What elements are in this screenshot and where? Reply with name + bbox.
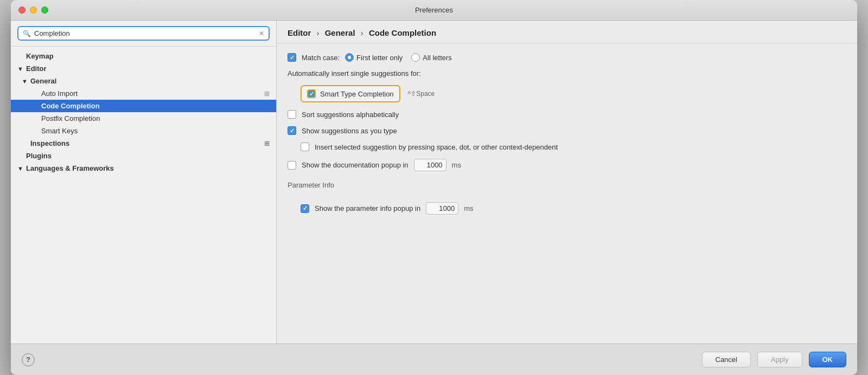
sidebar-item-label: Smart Keys [41,127,270,135]
sidebar-item-keymap[interactable]: Keymap [11,50,276,62]
search-box: 🔍 ✕ [17,26,270,41]
arrow-icon: ▼ [17,66,24,72]
bottom-bar: ? Cancel Apply OK [11,344,857,375]
sidebar-item-label: Editor [26,64,270,73]
sidebar: 🔍 ✕ Keymap ▼ Editor ▼ [11,21,277,344]
radio-all-letters-option[interactable]: All letters [411,53,451,62]
sidebar-item-auto-import[interactable]: Auto Import ⊞ [11,87,276,100]
show-param-ms-input[interactable] [426,202,458,215]
show-doc-checkbox[interactable] [288,161,296,170]
sidebar-item-label: Postfix Completion [41,114,270,122]
smart-type-row: Smart Type Completion ^⇧Space [301,85,846,102]
match-case-checkbox[interactable] [288,53,296,62]
breadcrumb-sep-1: › [317,28,322,37]
show-doc-ms-label: ms [452,161,461,169]
sidebar-item-general[interactable]: ▼ General [11,75,276,87]
arrow-icon: ▼ [17,165,24,172]
sidebar-item-label: Plugins [26,152,270,160]
sort-alpha-row: Sort suggestions alphabetically [288,110,846,119]
sidebar-item-label: Code Completion [41,102,270,110]
sidebar-item-label: General [30,77,270,85]
close-button[interactable] [18,7,25,14]
show-suggestions-checkbox[interactable] [288,126,296,135]
match-case-radio-group: First letter only All letters [345,53,452,62]
show-param-row: Show the parameter info popup in ms [301,202,846,215]
show-param-label: Show the parameter info popup in [315,204,420,212]
sidebar-item-label: Inspections [30,139,261,147]
smart-type-label: Smart Type Completion [320,90,394,98]
radio-all-letters[interactable] [411,53,420,62]
show-suggestions-row: Show suggestions as you type [288,126,846,135]
breadcrumb-sep-2: › [361,28,366,37]
ok-button[interactable]: OK [809,352,847,367]
minimize-button[interactable] [30,7,37,14]
radio-all-letters-label: All letters [423,54,451,62]
auto-insert-label: Automatically insert single suggestions … [288,69,421,77]
radio-first-letter-label: First letter only [356,54,403,62]
search-input[interactable] [34,29,256,37]
insert-selected-label: Insert selected suggestion by pressing s… [315,143,558,151]
show-doc-row: Show the documentation popup in ms [288,159,846,171]
sort-alpha-label: Sort suggestions alphabetically [302,111,399,119]
apply-button[interactable]: Apply [757,352,802,367]
content-area: 🔍 ✕ Keymap ▼ Editor ▼ [11,21,857,344]
search-container: 🔍 ✕ [11,21,276,47]
sidebar-item-postfix-completion[interactable]: Postfix Completion [11,112,276,125]
smart-type-shortcut: ^⇧Space [408,90,435,98]
insert-selected-checkbox[interactable] [301,143,309,151]
window-title: Preferences [415,6,453,14]
sidebar-item-code-completion[interactable]: Code Completion [11,100,276,112]
show-doc-label: Show the documentation popup in [302,161,409,169]
bottom-buttons: Cancel Apply OK [702,352,847,367]
breadcrumb-general: General [325,28,355,37]
sidebar-item-inspections[interactable]: Inspections ⊞ [11,137,276,150]
title-bar: Preferences [11,0,857,21]
sidebar-item-label: Keymap [26,52,270,60]
breadcrumb: Editor › General › Code Completion [277,21,857,43]
match-case-row: Match case: First letter only All letter… [288,53,846,62]
insert-selected-row: Insert selected suggestion by pressing s… [301,143,846,151]
show-doc-ms-input[interactable] [414,159,446,171]
auto-insert-row: Automatically insert single suggestions … [288,69,846,77]
breadcrumb-code-completion: Code Completion [369,28,436,37]
sidebar-item-languages-frameworks[interactable]: ▼ Languages & Frameworks [11,162,276,174]
param-info-label: Parameter Info [288,181,334,189]
main-panel: Editor › General › Code Completion Match… [277,21,857,344]
sidebar-item-plugins[interactable]: Plugins [11,150,276,162]
copy-icon: ⊞ [264,90,270,98]
smart-type-checkbox[interactable] [307,89,316,98]
help-icon: ? [26,355,30,364]
sidebar-item-label: Languages & Frameworks [26,164,270,172]
arrow-icon: ▼ [22,78,28,85]
show-param-checkbox[interactable] [301,204,309,213]
smart-type-highlight-box: Smart Type Completion [301,85,400,102]
help-button[interactable]: ? [22,353,35,366]
clear-search-button[interactable]: ✕ [259,30,264,37]
radio-first-letter-option[interactable]: First letter only [345,53,403,62]
settings-content: Match case: First letter only All letter… [277,43,857,344]
radio-first-letter[interactable] [345,53,354,62]
maximize-button[interactable] [41,7,48,14]
preferences-window: Preferences 🔍 ✕ Keymap ▼ [11,0,857,375]
breadcrumb-editor: Editor [288,28,311,37]
match-case-label: Match case: [302,54,340,62]
show-param-ms-label: ms [464,204,473,212]
sidebar-item-editor[interactable]: ▼ Editor [11,62,276,75]
copy-icon: ⊞ [264,140,270,147]
show-suggestions-label: Show suggestions as you type [302,127,397,135]
cancel-button[interactable]: Cancel [702,352,751,367]
sort-alpha-checkbox[interactable] [288,110,296,119]
param-info-section: Parameter Info [288,179,846,195]
sidebar-item-label: Auto Import [41,89,261,98]
traffic-lights [18,7,48,14]
sidebar-tree: Keymap ▼ Editor ▼ General Auto Import ⊞ [11,47,276,344]
sidebar-item-smart-keys[interactable]: Smart Keys [11,125,276,137]
search-icon: 🔍 [23,30,31,37]
